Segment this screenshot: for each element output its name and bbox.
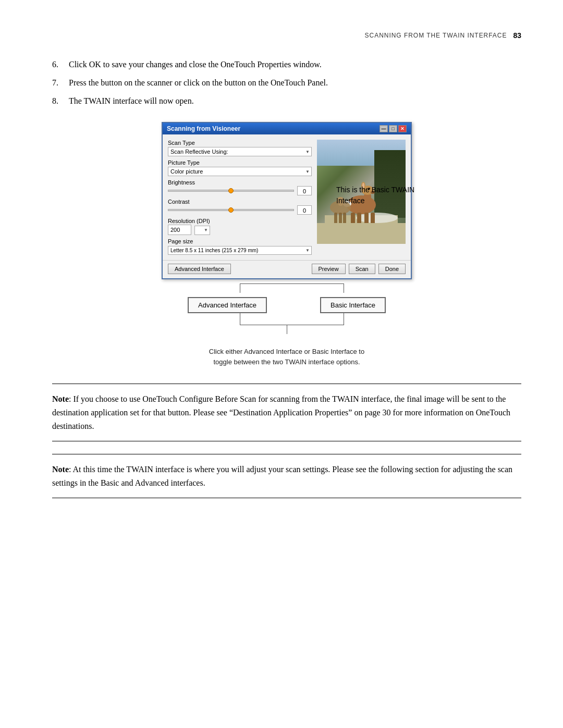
svg-point-1: [356, 213, 398, 223]
header-text: Scanning from the TWAIN Interface: [365, 32, 507, 39]
scan-type-section: Scan Type Scan Reflective Using:: [168, 140, 312, 156]
resolution-section: Resolution (DPI): [168, 218, 312, 235]
advanced-interface-btn[interactable]: Advanced Interface: [168, 264, 231, 274]
picture-type-select-wrapper[interactable]: Color picture: [168, 166, 312, 176]
scan-type-label: Scan Type: [168, 140, 312, 146]
side-callout: This is the Basic TWAIN Interface: [336, 184, 417, 206]
callout-text: This is the Basic TWAIN Interface: [336, 186, 414, 204]
brightness-thumb[interactable]: [228, 188, 234, 193]
page-number: 83: [513, 31, 521, 40]
contrast-section: Contrast 0: [168, 199, 312, 215]
contrast-slider[interactable]: [168, 209, 294, 211]
connector-container: [188, 283, 386, 293]
resolution-select[interactable]: [194, 226, 210, 235]
contrast-slider-row: 0: [168, 205, 312, 215]
step-6-num: 6.: [52, 58, 69, 71]
sub-left-vline: [240, 313, 240, 325]
page-header: Scanning from the TWAIN Interface 83: [52, 31, 521, 40]
basic-interface-toggle-btn[interactable]: Basic Interface: [320, 297, 386, 313]
step-7-num: 7.: [52, 77, 69, 90]
caption: Click either Advanced Interface or Basic…: [209, 347, 364, 367]
action-buttons: Preview Scan Done: [312, 264, 406, 274]
note-1-body: : If you choose to use OneTouch Configur…: [52, 394, 510, 430]
page-size-select[interactable]: Letter 8.5 x 11 inches (215 x 279 mm): [168, 246, 312, 255]
advanced-interface-toggle-btn[interactable]: Advanced Interface: [188, 297, 267, 313]
close-btn[interactable]: ✕: [398, 125, 407, 132]
note-1-text: Note: If you choose to use OneTouch Conf…: [52, 392, 521, 433]
minimize-btn[interactable]: —: [380, 125, 388, 132]
scan-type-select-wrapper[interactable]: Scan Reflective Using:: [168, 146, 312, 156]
left-connector-vline: [240, 283, 240, 293]
brightness-value: 0: [297, 186, 312, 195]
caption-line1: Click either Advanced Interface or Basic…: [209, 348, 364, 355]
brightness-label: Brightness: [168, 179, 312, 186]
step-6-text: Click OK to save your changes and close …: [69, 58, 521, 71]
page-size-label: Page size: [168, 238, 312, 244]
right-connector-vline: [344, 283, 344, 293]
resolution-label: Resolution (DPI): [168, 218, 312, 224]
screenshot-area: Scanning from Visioneer — □ ✕ Scan Type …: [52, 122, 521, 367]
twain-titlebar: Scanning from Visioneer — □ ✕: [163, 123, 411, 134]
interface-buttons-row: Advanced Interface Basic Interface: [188, 297, 386, 313]
step-7: 7. Press the button on the scanner or cl…: [52, 77, 521, 90]
step-8: 8. The TWAIN interface will now open.: [52, 95, 521, 108]
note-1-bold: Note: [52, 394, 69, 403]
connector-hline: [240, 283, 344, 284]
resolution-input[interactable]: [168, 225, 191, 235]
sub-right-vline: [344, 313, 344, 325]
screenshot-wrapper: Scanning from Visioneer — □ ✕ Scan Type …: [162, 122, 412, 279]
twain-titlebar-buttons: — □ ✕: [380, 125, 407, 132]
sub-connector-container: [188, 313, 386, 325]
brightness-slider[interactable]: [168, 190, 294, 192]
note-2-text: Note: At this time the TWAIN interface i…: [52, 463, 521, 489]
picture-type-select[interactable]: Color picture: [168, 167, 312, 176]
sub-hline: [240, 325, 344, 325]
brightness-slider-row: 0: [168, 186, 312, 195]
twain-left-panel: Scan Type Scan Reflective Using: Picture…: [168, 140, 312, 255]
note-2-bold: Note: [52, 465, 69, 474]
done-btn[interactable]: Done: [378, 264, 406, 274]
caption-line2: toggle between the two TWAIN interface o…: [213, 358, 360, 366]
maximize-btn[interactable]: □: [389, 125, 397, 132]
step-7-text: Press the button on the scanner or click…: [69, 77, 521, 90]
resolution-row: [168, 225, 312, 235]
bottom-vline: [287, 325, 287, 334]
steps-section: 6. Click OK to save your changes and clo…: [52, 58, 521, 107]
page-size-section: Page size Letter 8.5 x 11 inches (215 x …: [168, 238, 312, 255]
contrast-thumb[interactable]: [228, 207, 234, 213]
twain-footer: Advanced Interface Preview Scan Done: [163, 260, 411, 278]
note-2-body: : At this time the TWAIN interface is wh…: [52, 465, 512, 487]
step-8-num: 8.: [52, 95, 69, 108]
picture-type-section: Picture Type Color picture: [168, 159, 312, 176]
ground-area: [317, 223, 406, 244]
note-box-2: Note: At this time the TWAIN interface i…: [52, 454, 521, 498]
contrast-label: Contrast: [168, 199, 312, 205]
scan-type-select[interactable]: Scan Reflective Using:: [168, 147, 312, 156]
step-6: 6. Click OK to save your changes and clo…: [52, 58, 521, 71]
interface-section: Advanced Interface Basic Interface: [162, 283, 412, 334]
twain-title: Scanning from Visioneer: [167, 125, 240, 132]
step-8-text: The TWAIN interface will now open.: [69, 95, 521, 108]
contrast-value: 0: [297, 205, 312, 215]
resolution-select-wrapper[interactable]: [194, 225, 210, 235]
preview-btn[interactable]: Preview: [312, 264, 346, 274]
picture-type-label: Picture Type: [168, 159, 312, 166]
page-size-select-wrapper[interactable]: Letter 8.5 x 11 inches (215 x 279 mm): [168, 245, 312, 255]
brightness-section: Brightness 0: [168, 179, 312, 195]
scan-btn[interactable]: Scan: [349, 264, 375, 274]
note-box-1: Note: If you choose to use OneTouch Conf…: [52, 384, 521, 441]
